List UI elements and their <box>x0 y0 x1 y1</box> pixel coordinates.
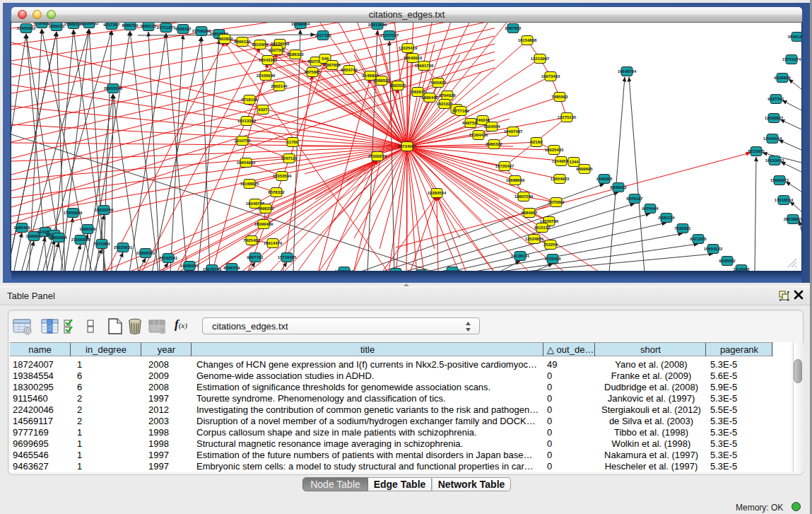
svg-text:9857791: 9857791 <box>247 255 264 259</box>
svg-text:8912954: 8912954 <box>252 42 269 47</box>
svg-text:25300273: 25300273 <box>368 154 387 158</box>
svg-text:18724007: 18724007 <box>398 144 417 148</box>
svg-text:9227341: 9227341 <box>767 97 784 101</box>
svg-text:6479197: 6479197 <box>626 197 643 201</box>
svg-text:12213967: 12213967 <box>531 57 550 61</box>
svg-text:252254: 252254 <box>543 243 558 247</box>
svg-text:12213302: 12213302 <box>237 119 257 123</box>
svg-text:22806503: 22806503 <box>136 251 155 255</box>
svg-text:12275135: 12275135 <box>558 115 577 119</box>
svg-text:25025631: 25025631 <box>114 245 133 250</box>
svg-text:1562615: 1562615 <box>409 90 426 94</box>
svg-text:1588520: 1588520 <box>373 78 390 83</box>
svg-text:19832259: 19832259 <box>95 208 114 212</box>
svg-text:7671884: 7671884 <box>93 242 110 246</box>
svg-text:24532561: 24532561 <box>159 256 178 260</box>
svg-text:10025433: 10025433 <box>545 148 564 152</box>
svg-text:21200396: 21200396 <box>71 238 90 242</box>
svg-text:8489709: 8489709 <box>122 23 139 28</box>
svg-text:19384554: 19384554 <box>428 191 447 195</box>
svg-text:4439167: 4439167 <box>175 27 192 31</box>
svg-text:1890399: 1890399 <box>79 227 96 231</box>
svg-text:18640910: 18640910 <box>404 56 423 60</box>
svg-text:6794028: 6794028 <box>439 93 456 98</box>
svg-text:5682115: 5682115 <box>140 24 157 28</box>
svg-text:2087652: 2087652 <box>505 26 522 30</box>
svg-text:7975692: 7975692 <box>548 200 565 204</box>
svg-text:8454749: 8454749 <box>341 68 358 72</box>
svg-text:1010755: 1010755 <box>234 139 251 143</box>
svg-text:10654122: 10654122 <box>704 247 723 251</box>
svg-text:9777169: 9777169 <box>452 109 469 113</box>
svg-text:10543362: 10543362 <box>259 58 278 62</box>
svg-text:11700: 11700 <box>287 140 299 144</box>
svg-text:14136141: 14136141 <box>511 254 530 258</box>
svg-text:21364436: 21364436 <box>469 133 488 137</box>
svg-text:9699695: 9699695 <box>576 167 593 171</box>
svg-text:9129996: 9129996 <box>774 76 791 80</box>
svg-text:16154808: 16154808 <box>518 38 537 42</box>
svg-text:15751074: 15751074 <box>782 57 801 62</box>
svg-text:16648784: 16648784 <box>618 69 637 74</box>
svg-text:8215955: 8215955 <box>748 149 765 153</box>
svg-text:3875685: 3875685 <box>304 70 321 74</box>
svg-text:1615112: 1615112 <box>534 226 551 230</box>
svg-text:16961758: 16961758 <box>415 64 434 68</box>
svg-text:9474444: 9474444 <box>642 206 659 211</box>
svg-text:2718126: 2718126 <box>241 98 258 102</box>
svg-text:16914479: 16914479 <box>264 241 283 245</box>
svg-text:23706266: 23706266 <box>192 29 211 33</box>
svg-text:15720407: 15720407 <box>495 164 514 168</box>
svg-text:17956909: 17956909 <box>64 211 83 215</box>
svg-text:19299464: 19299464 <box>291 23 310 26</box>
svg-text:10688609: 10688609 <box>506 178 525 182</box>
svg-text:2935134: 2935134 <box>658 216 675 220</box>
svg-text:9327505: 9327505 <box>269 48 286 52</box>
svg-text:13654923: 13654923 <box>551 177 570 181</box>
svg-text:1839221: 1839221 <box>48 24 65 28</box>
svg-text:1640995: 1640995 <box>596 177 613 181</box>
svg-text:2803144: 2803144 <box>271 84 288 88</box>
svg-text:8806804: 8806804 <box>50 235 67 240</box>
svg-text:13325419: 13325419 <box>399 46 418 50</box>
svg-text:1344: 1344 <box>569 160 579 164</box>
svg-text:25711873: 25711873 <box>157 25 176 30</box>
svg-text:12353594: 12353594 <box>273 174 292 178</box>
svg-text:10973493: 10973493 <box>541 74 560 78</box>
svg-text:16210643: 16210643 <box>765 158 784 163</box>
svg-text:28038807: 28038807 <box>784 217 801 221</box>
svg-text:8578332: 8578332 <box>268 190 285 194</box>
svg-text:3267110: 3267110 <box>281 156 298 160</box>
svg-text:22420046: 22420046 <box>257 74 276 78</box>
svg-text:22455603: 22455603 <box>17 26 36 30</box>
svg-text:28053346: 28053346 <box>104 86 123 90</box>
svg-text:13524851: 13524851 <box>525 237 544 241</box>
svg-text:5498222: 5498222 <box>257 206 274 211</box>
svg-text:9684067: 9684067 <box>521 211 538 215</box>
svg-text:2367608: 2367608 <box>324 63 341 67</box>
svg-text:8660124: 8660124 <box>234 40 251 44</box>
svg-text:9327: 9327 <box>258 107 268 112</box>
svg-text:7485003: 7485003 <box>551 95 568 99</box>
svg-text:8938923: 8938923 <box>610 185 627 189</box>
svg-text:8186323: 8186323 <box>287 52 304 57</box>
svg-text:7663822: 7663822 <box>216 37 233 41</box>
svg-text:62160: 62160 <box>531 140 543 144</box>
svg-text:1733426: 1733426 <box>544 257 561 261</box>
svg-text:20813640: 20813640 <box>368 23 387 27</box>
svg-text:9217207: 9217207 <box>103 23 120 27</box>
svg-text:19166825: 19166825 <box>240 182 259 186</box>
svg-text:7625402: 7625402 <box>243 238 260 243</box>
svg-text:19285201: 19285201 <box>180 264 199 268</box>
svg-text:15157347: 15157347 <box>380 33 399 37</box>
svg-text:16099489: 16099489 <box>254 222 273 226</box>
svg-text:19654983: 19654983 <box>237 160 256 165</box>
svg-text:8322035: 8322035 <box>389 83 406 88</box>
svg-text:1024554: 1024554 <box>483 124 500 129</box>
svg-text:8471676: 8471676 <box>690 237 707 241</box>
svg-text:2986322: 2986322 <box>486 142 502 146</box>
svg-text:2066449: 2066449 <box>13 226 30 230</box>
svg-text:8396759: 8396759 <box>223 266 240 270</box>
svg-text:26461350: 26461350 <box>788 35 801 39</box>
svg-text:18807249: 18807249 <box>514 194 534 199</box>
